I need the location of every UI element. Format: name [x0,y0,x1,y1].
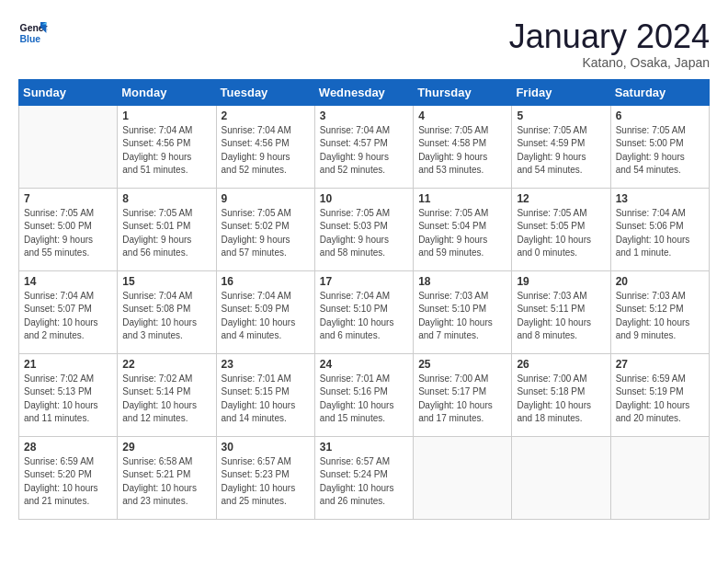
location-subtitle: Katano, Osaka, Japan [509,55,710,70]
day-number: 8 [122,192,210,205]
day-number: 25 [418,358,506,371]
day-number: 27 [616,358,704,371]
day-number: 31 [320,441,408,454]
day-info: Sunrise: 7:05 AM Sunset: 5:02 PM Dayligh… [222,207,310,260]
calendar-cell: 21Sunrise: 7:02 AM Sunset: 5:13 PM Dayli… [19,353,118,436]
day-number: 4 [418,109,506,122]
calendar-cell: 12Sunrise: 7:05 AM Sunset: 5:05 PM Dayli… [512,188,610,270]
calendar-cell: 31Sunrise: 6:57 AM Sunset: 5:24 PM Dayli… [314,436,413,519]
weekday-header: Friday [512,79,610,105]
logo: General Blue [18,18,48,48]
calendar-cell: 4Sunrise: 7:05 AM Sunset: 4:58 PM Daylig… [414,105,512,188]
day-number: 13 [616,192,704,205]
weekday-header: Saturday [610,79,709,105]
day-number: 17 [320,275,408,288]
day-number: 7 [24,192,112,205]
calendar-cell: 10Sunrise: 7:05 AM Sunset: 5:03 PM Dayli… [314,188,413,270]
day-info: Sunrise: 7:03 AM Sunset: 5:10 PM Dayligh… [418,290,506,343]
calendar-cell: 17Sunrise: 7:04 AM Sunset: 5:10 PM Dayli… [314,270,413,353]
calendar-cell: 9Sunrise: 7:05 AM Sunset: 5:02 PM Daylig… [216,188,314,270]
logo-icon: General Blue [18,18,48,48]
calendar-cell: 29Sunrise: 6:58 AM Sunset: 5:21 PM Dayli… [118,436,216,519]
calendar-cell: 1Sunrise: 7:04 AM Sunset: 4:56 PM Daylig… [118,105,216,188]
day-info: Sunrise: 7:05 AM Sunset: 4:59 PM Dayligh… [517,124,605,178]
day-number: 19 [517,275,605,288]
weekday-header-row: SundayMondayTuesdayWednesdayThursdayFrid… [19,79,710,105]
day-info: Sunrise: 7:04 AM Sunset: 5:09 PM Dayligh… [222,290,310,343]
day-number: 11 [418,192,506,205]
day-info: Sunrise: 7:04 AM Sunset: 5:10 PM Dayligh… [320,290,408,343]
calendar-cell: 27Sunrise: 6:59 AM Sunset: 5:19 PM Dayli… [610,353,709,436]
calendar-cell [512,436,610,519]
day-info: Sunrise: 6:59 AM Sunset: 5:20 PM Dayligh… [24,455,112,509]
calendar-cell: 5Sunrise: 7:05 AM Sunset: 4:59 PM Daylig… [512,105,610,188]
day-number: 9 [222,192,310,205]
calendar-cell: 24Sunrise: 7:01 AM Sunset: 5:16 PM Dayli… [314,353,413,436]
day-number: 30 [222,441,310,454]
day-number: 29 [122,441,210,454]
day-number: 23 [222,358,310,371]
calendar-cell: 22Sunrise: 7:02 AM Sunset: 5:14 PM Dayli… [118,353,216,436]
day-info: Sunrise: 7:00 AM Sunset: 5:17 PM Dayligh… [418,373,506,426]
day-number: 14 [24,275,112,288]
calendar-cell: 20Sunrise: 7:03 AM Sunset: 5:12 PM Dayli… [610,270,709,353]
day-number: 28 [24,441,112,454]
day-info: Sunrise: 6:57 AM Sunset: 5:24 PM Dayligh… [320,455,408,509]
title-block: January 2024 Katano, Osaka, Japan [509,18,710,70]
day-number: 3 [320,109,408,122]
calendar-cell: 23Sunrise: 7:01 AM Sunset: 5:15 PM Dayli… [216,353,314,436]
calendar-week-row: 1Sunrise: 7:04 AM Sunset: 4:56 PM Daylig… [19,105,710,188]
svg-text:Blue: Blue [20,34,41,44]
day-number: 24 [320,358,408,371]
calendar-cell: 13Sunrise: 7:04 AM Sunset: 5:06 PM Dayli… [610,188,709,270]
day-info: Sunrise: 7:01 AM Sunset: 5:16 PM Dayligh… [320,373,408,426]
day-info: Sunrise: 7:02 AM Sunset: 5:13 PM Dayligh… [24,373,112,426]
month-title: January 2024 [509,18,710,55]
day-number: 10 [320,192,408,205]
day-info: Sunrise: 7:03 AM Sunset: 5:12 PM Dayligh… [616,290,704,343]
day-info: Sunrise: 6:57 AM Sunset: 5:23 PM Dayligh… [222,455,310,509]
day-info: Sunrise: 7:05 AM Sunset: 4:58 PM Dayligh… [418,124,506,178]
weekday-header: Tuesday [216,79,314,105]
day-number: 1 [122,109,210,122]
day-number: 22 [122,358,210,371]
calendar-cell [19,105,118,188]
day-info: Sunrise: 7:04 AM Sunset: 4:56 PM Dayligh… [122,124,210,178]
calendar-cell: 16Sunrise: 7:04 AM Sunset: 5:09 PM Dayli… [216,270,314,353]
day-info: Sunrise: 7:02 AM Sunset: 5:14 PM Dayligh… [122,373,210,426]
calendar-cell: 15Sunrise: 7:04 AM Sunset: 5:08 PM Dayli… [118,270,216,353]
calendar-cell: 14Sunrise: 7:04 AM Sunset: 5:07 PM Dayli… [19,270,118,353]
day-info: Sunrise: 7:00 AM Sunset: 5:18 PM Dayligh… [517,373,605,426]
calendar-cell: 19Sunrise: 7:03 AM Sunset: 5:11 PM Dayli… [512,270,610,353]
day-number: 26 [517,358,605,371]
calendar-cell: 25Sunrise: 7:00 AM Sunset: 5:17 PM Dayli… [414,353,512,436]
page-header: General Blue January 2024 Katano, Osaka,… [18,18,710,70]
calendar-week-row: 21Sunrise: 7:02 AM Sunset: 5:13 PM Dayli… [19,353,710,436]
day-info: Sunrise: 7:04 AM Sunset: 4:57 PM Dayligh… [320,124,408,178]
calendar-table: SundayMondayTuesdayWednesdayThursdayFrid… [18,79,710,520]
day-number: 12 [517,192,605,205]
calendar-week-row: 14Sunrise: 7:04 AM Sunset: 5:07 PM Dayli… [19,270,710,353]
day-info: Sunrise: 7:05 AM Sunset: 5:05 PM Dayligh… [517,207,605,260]
day-info: Sunrise: 7:05 AM Sunset: 5:03 PM Dayligh… [320,207,408,260]
calendar-week-row: 28Sunrise: 6:59 AM Sunset: 5:20 PM Dayli… [19,436,710,519]
calendar-cell: 26Sunrise: 7:00 AM Sunset: 5:18 PM Dayli… [512,353,610,436]
day-info: Sunrise: 7:05 AM Sunset: 5:01 PM Dayligh… [122,207,210,260]
day-info: Sunrise: 7:05 AM Sunset: 5:04 PM Dayligh… [418,207,506,260]
calendar-cell: 11Sunrise: 7:05 AM Sunset: 5:04 PM Dayli… [414,188,512,270]
day-info: Sunrise: 7:05 AM Sunset: 5:00 PM Dayligh… [616,124,704,178]
calendar-cell: 8Sunrise: 7:05 AM Sunset: 5:01 PM Daylig… [118,188,216,270]
day-info: Sunrise: 7:05 AM Sunset: 5:00 PM Dayligh… [24,207,112,260]
day-number: 18 [418,275,506,288]
calendar-cell: 7Sunrise: 7:05 AM Sunset: 5:00 PM Daylig… [19,188,118,270]
day-info: Sunrise: 7:04 AM Sunset: 5:08 PM Dayligh… [122,290,210,343]
day-number: 5 [517,109,605,122]
day-info: Sunrise: 7:04 AM Sunset: 5:06 PM Dayligh… [616,207,704,260]
calendar-cell [610,436,709,519]
weekday-header: Monday [118,79,216,105]
calendar-cell: 18Sunrise: 7:03 AM Sunset: 5:10 PM Dayli… [414,270,512,353]
day-info: Sunrise: 7:01 AM Sunset: 5:15 PM Dayligh… [222,373,310,426]
calendar-cell: 3Sunrise: 7:04 AM Sunset: 4:57 PM Daylig… [314,105,413,188]
weekday-header: Thursday [414,79,512,105]
weekday-header: Wednesday [314,79,413,105]
